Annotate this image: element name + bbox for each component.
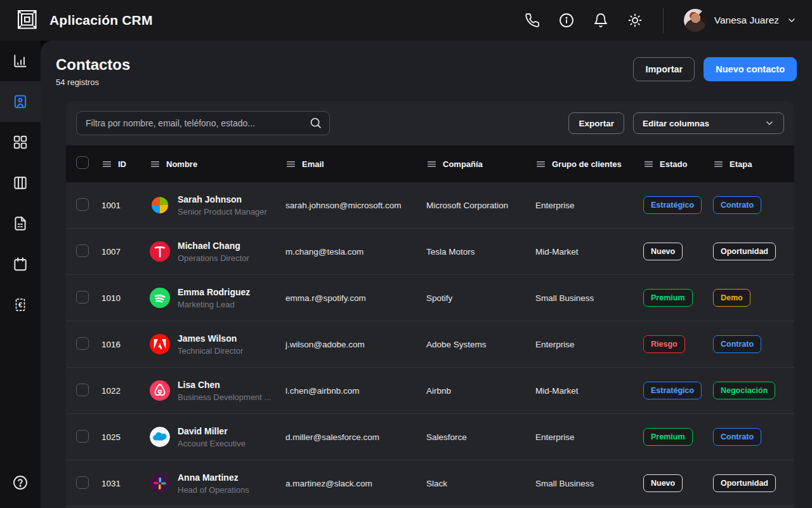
column-header-etapa[interactable]: Etapa: [713, 159, 794, 170]
contact-title: Senior Product Manager: [178, 207, 267, 217]
salesforce-logo: [150, 427, 170, 447]
svg-text:€: €: [18, 301, 22, 309]
search-icon[interactable]: [309, 116, 322, 130]
column-menu-icon: [426, 159, 437, 170]
column-header-compa-a[interactable]: Compañía: [426, 159, 535, 170]
stage-badge: Contrato: [713, 428, 761, 446]
sidebar-item-kanban[interactable]: [0, 163, 41, 203]
table-row[interactable]: 1031 Anna Martinez Head of Operations a.…: [66, 460, 794, 507]
bar-chart-icon: [12, 53, 29, 69]
row-checkbox[interactable]: [76, 430, 89, 443]
contact-name: Michael Chang: [178, 241, 249, 251]
header-divider: [663, 8, 664, 33]
chevron-down-icon: [764, 118, 775, 128]
cell-id: 1025: [102, 432, 150, 442]
cell-id: 1022: [102, 386, 150, 396]
row-checkbox[interactable]: [76, 291, 89, 304]
user-menu[interactable]: Vanesa Juarez: [684, 9, 797, 32]
sidebar-item-contacts[interactable]: [0, 81, 41, 122]
column-header-estado[interactable]: Estado: [643, 159, 713, 170]
sidebar-item-apps[interactable]: [0, 122, 41, 163]
main-content: Contactos 54 registros Importar Nuevo co…: [41, 41, 812, 508]
grid-icon: [12, 134, 29, 150]
stage-badge: Contrato: [713, 335, 761, 353]
info-icon[interactable]: [559, 13, 574, 28]
contact-title: Marketing Lead: [178, 300, 250, 309]
row-checkbox[interactable]: [76, 337, 89, 350]
column-header-grupo-de-clientes[interactable]: Grupo de clientes: [535, 159, 643, 170]
cell-id: 1010: [102, 293, 150, 303]
column-menu-icon: [285, 159, 296, 170]
edit-columns-label: Editar columnas: [643, 119, 709, 128]
cell-group: Small Business: [535, 293, 643, 303]
table-row[interactable]: 1016 James Wilson Technical Director j.w…: [66, 321, 794, 368]
chevron-down-icon: [787, 15, 797, 25]
table-header-row: ID Nombre Email Compañía Grupo de client…: [66, 145, 794, 182]
euro-receipt-icon: €: [12, 297, 29, 313]
table-row[interactable]: 1010 Emma Rodriguez Marketing Lead emma.…: [66, 275, 794, 321]
sidebar-item-billing[interactable]: €: [0, 284, 41, 325]
status-badge: Premium: [643, 428, 693, 446]
slack-logo: [150, 473, 170, 493]
table-body: 1001 Sarah Johnson Senior Product Manage…: [66, 182, 794, 507]
export-button[interactable]: Exportar: [568, 112, 624, 134]
select-all-checkbox[interactable]: [76, 156, 89, 169]
help-circle-icon: [12, 474, 29, 491]
column-header-email[interactable]: Email: [285, 159, 426, 170]
table-row[interactable]: 1025 David Miller Account Executive d.mi…: [66, 414, 794, 460]
cell-company: Microsoft Corporation: [426, 201, 535, 210]
import-button[interactable]: Importar: [633, 57, 695, 81]
sidebar-item-help[interactable]: [0, 462, 41, 503]
contact-title: Operations Director: [178, 253, 249, 263]
user-avatar: [684, 9, 707, 32]
cell-company: Airbnb: [426, 386, 535, 396]
microsoft-logo: [150, 195, 170, 215]
cell-id: 1016: [102, 340, 150, 349]
cell-email: a.martinez@slack.com: [285, 479, 426, 488]
sidebar-item-documents[interactable]: [0, 203, 41, 244]
row-checkbox[interactable]: [76, 198, 89, 211]
contacts-panel: Exportar Editar columnas ID Nombre Email…: [66, 101, 794, 508]
table-row[interactable]: 1007 Michael Chang Operations Director m…: [66, 229, 794, 275]
cell-email: sarah.johnson@microsoft.com: [285, 201, 426, 210]
search-input[interactable]: [76, 111, 330, 135]
cell-company: Spotify: [426, 293, 535, 303]
column-menu-icon: [535, 159, 546, 170]
table-row[interactable]: 1022 Lisa Chen Business Development ... …: [66, 368, 794, 414]
column-menu-icon: [713, 159, 724, 170]
cell-group: Enterprise: [535, 201, 643, 210]
table-row[interactable]: 1001 Sarah Johnson Senior Product Manage…: [66, 182, 794, 229]
cell-company: Salesforce: [426, 432, 535, 442]
status-badge: Premium: [643, 289, 693, 307]
sidebar-item-analytics[interactable]: [0, 41, 41, 81]
bell-icon[interactable]: [593, 13, 608, 28]
cell-email: l.chen@airbnb.com: [285, 386, 426, 396]
theme-sun-icon[interactable]: [627, 13, 643, 28]
status-badge: Nuevo: [643, 243, 683, 260]
edit-columns-select[interactable]: Editar columnas: [633, 112, 784, 134]
cell-company: Tesla Motors: [426, 247, 535, 257]
column-menu-icon: [643, 159, 654, 170]
calendar-icon: [12, 256, 29, 272]
new-contact-button[interactable]: Nuevo contacto: [704, 57, 797, 81]
column-header-id[interactable]: ID: [102, 159, 150, 170]
status-badge: Nuevo: [643, 474, 683, 492]
column-header-nombre[interactable]: Nombre: [150, 159, 285, 170]
row-checkbox[interactable]: [76, 244, 89, 257]
contact-title: Business Development ...: [178, 392, 271, 402]
stage-badge: Oportunidad: [713, 474, 776, 492]
contact-name: David Miller: [178, 426, 246, 436]
phone-icon[interactable]: [525, 13, 540, 28]
sidebar-item-calendar[interactable]: [0, 244, 41, 284]
stage-badge: Demo: [713, 289, 750, 307]
row-checkbox[interactable]: [76, 384, 89, 396]
status-badge: Riesgo: [643, 335, 685, 353]
user-name: Vanesa Juarez: [714, 15, 779, 26]
tesla-logo: [150, 241, 170, 262]
contact-card-icon: [12, 93, 29, 110]
cell-group: Mid-Market: [535, 247, 643, 257]
cell-id: 1001: [102, 201, 150, 210]
row-checkbox[interactable]: [76, 476, 89, 489]
contact-title: Technical Director: [178, 346, 243, 356]
status-badge: Estratégico: [643, 382, 702, 399]
